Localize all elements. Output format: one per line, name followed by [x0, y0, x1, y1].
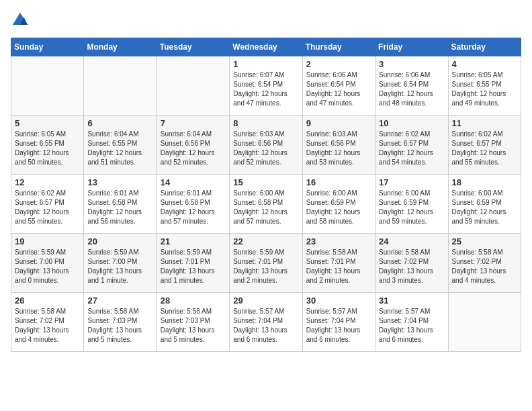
day-info: Sunrise: 5:58 AM Sunset: 7:01 PM Dayligh… — [306, 248, 371, 285]
day-info: Sunrise: 6:03 AM Sunset: 6:56 PM Dayligh… — [306, 130, 371, 167]
day-number: 14 — [161, 177, 226, 187]
weekday-header: Friday — [375, 38, 448, 56]
day-info: Sunrise: 6:01 AM Sunset: 6:58 PM Dayligh… — [161, 189, 226, 226]
calendar-cell: 15Sunrise: 6:00 AM Sunset: 6:58 PM Dayli… — [230, 175, 302, 234]
day-number: 17 — [379, 177, 444, 187]
day-number: 23 — [306, 236, 371, 246]
day-info: Sunrise: 6:05 AM Sunset: 6:55 PM Dayligh… — [452, 71, 517, 108]
day-number: 4 — [452, 59, 517, 69]
calendar-cell: 29Sunrise: 5:57 AM Sunset: 7:04 PM Dayli… — [230, 293, 302, 352]
calendar-cell: 1Sunrise: 6:07 AM Sunset: 6:54 PM Daylig… — [230, 56, 302, 116]
day-info: Sunrise: 5:59 AM Sunset: 7:00 PM Dayligh… — [87, 248, 152, 285]
day-number: 24 — [379, 236, 444, 246]
calendar-cell — [11, 56, 84, 116]
day-number: 3 — [379, 59, 444, 69]
calendar-cell: 7Sunrise: 6:04 AM Sunset: 6:56 PM Daylig… — [157, 116, 229, 175]
weekday-header: Monday — [84, 38, 157, 56]
calendar-cell: 10Sunrise: 6:02 AM Sunset: 6:57 PM Dayli… — [375, 116, 448, 175]
day-info: Sunrise: 5:58 AM Sunset: 7:02 PM Dayligh… — [15, 307, 80, 345]
day-info: Sunrise: 5:58 AM Sunset: 7:02 PM Dayligh… — [379, 248, 444, 285]
weekday-header: Tuesday — [157, 38, 229, 56]
day-info: Sunrise: 6:00 AM Sunset: 6:59 PM Dayligh… — [379, 189, 444, 226]
calendar-cell: 14Sunrise: 6:01 AM Sunset: 6:58 PM Dayli… — [157, 175, 229, 234]
day-number: 8 — [233, 118, 298, 128]
day-number: 1 — [233, 59, 298, 69]
weekday-header: Wednesday — [230, 38, 302, 56]
calendar-cell: 31Sunrise: 5:57 AM Sunset: 7:04 PM Dayli… — [375, 293, 448, 352]
calendar-cell: 26Sunrise: 5:58 AM Sunset: 7:02 PM Dayli… — [11, 293, 84, 352]
calendar-cell — [448, 293, 521, 352]
day-info: Sunrise: 6:06 AM Sunset: 6:54 PM Dayligh… — [379, 71, 444, 108]
calendar-cell: 17Sunrise: 6:00 AM Sunset: 6:59 PM Dayli… — [375, 175, 448, 234]
day-number: 7 — [161, 118, 226, 128]
calendar-header: SundayMondayTuesdayWednesdayThursdayFrid… — [11, 38, 521, 56]
calendar-body: 1Sunrise: 6:07 AM Sunset: 6:54 PM Daylig… — [11, 56, 521, 352]
calendar-cell: 5Sunrise: 6:05 AM Sunset: 6:55 PM Daylig… — [11, 116, 84, 175]
day-info: Sunrise: 6:07 AM Sunset: 6:54 PM Dayligh… — [233, 71, 298, 108]
weekday-header: Thursday — [302, 38, 375, 56]
day-number: 12 — [15, 177, 80, 187]
calendar-cell: 3Sunrise: 6:06 AM Sunset: 6:54 PM Daylig… — [375, 56, 448, 116]
day-number: 30 — [306, 295, 371, 306]
day-info: Sunrise: 5:58 AM Sunset: 7:03 PM Dayligh… — [161, 307, 226, 345]
day-number: 16 — [306, 177, 371, 187]
calendar-cell: 11Sunrise: 6:02 AM Sunset: 6:57 PM Dayli… — [448, 116, 521, 175]
day-number: 20 — [87, 236, 152, 246]
day-number: 9 — [306, 118, 371, 128]
calendar-cell: 2Sunrise: 6:06 AM Sunset: 6:54 PM Daylig… — [302, 56, 375, 116]
day-number: 15 — [233, 177, 298, 187]
logo — [11, 11, 32, 30]
calendar-cell: 8Sunrise: 6:03 AM Sunset: 6:56 PM Daylig… — [230, 116, 302, 175]
calendar-cell: 30Sunrise: 5:57 AM Sunset: 7:04 PM Dayli… — [302, 293, 375, 352]
day-number: 26 — [15, 295, 80, 306]
calendar-week-row: 26Sunrise: 5:58 AM Sunset: 7:02 PM Dayli… — [11, 293, 521, 352]
calendar-cell: 16Sunrise: 6:00 AM Sunset: 6:59 PM Dayli… — [302, 175, 375, 234]
day-number: 11 — [452, 118, 517, 128]
calendar-cell: 27Sunrise: 5:58 AM Sunset: 7:03 PM Dayli… — [84, 293, 157, 352]
day-info: Sunrise: 6:04 AM Sunset: 6:56 PM Dayligh… — [161, 130, 226, 167]
calendar-cell: 24Sunrise: 5:58 AM Sunset: 7:02 PM Dayli… — [375, 234, 448, 293]
calendar-week-row: 1Sunrise: 6:07 AM Sunset: 6:54 PM Daylig… — [11, 56, 521, 116]
day-info: Sunrise: 6:00 AM Sunset: 6:58 PM Dayligh… — [233, 189, 298, 226]
calendar-week-row: 12Sunrise: 6:02 AM Sunset: 6:57 PM Dayli… — [11, 175, 521, 234]
calendar-cell: 25Sunrise: 5:58 AM Sunset: 7:02 PM Dayli… — [448, 234, 521, 293]
day-info: Sunrise: 6:02 AM Sunset: 6:57 PM Dayligh… — [379, 130, 444, 167]
calendar-cell: 22Sunrise: 5:59 AM Sunset: 7:01 PM Dayli… — [230, 234, 302, 293]
logo-icon — [11, 11, 30, 30]
calendar-cell: 21Sunrise: 5:59 AM Sunset: 7:01 PM Dayli… — [157, 234, 229, 293]
weekday-header: Sunday — [11, 38, 84, 56]
day-number: 2 — [306, 59, 371, 69]
day-number: 19 — [15, 236, 80, 246]
page-header — [11, 11, 521, 30]
day-info: Sunrise: 5:58 AM Sunset: 7:03 PM Dayligh… — [87, 307, 152, 345]
calendar-table: SundayMondayTuesdayWednesdayThursdayFrid… — [11, 38, 521, 352]
day-info: Sunrise: 5:59 AM Sunset: 7:01 PM Dayligh… — [161, 248, 226, 285]
calendar-cell: 6Sunrise: 6:04 AM Sunset: 6:55 PM Daylig… — [84, 116, 157, 175]
day-info: Sunrise: 6:01 AM Sunset: 6:58 PM Dayligh… — [87, 189, 152, 226]
calendar-week-row: 5Sunrise: 6:05 AM Sunset: 6:55 PM Daylig… — [11, 116, 521, 175]
day-number: 18 — [452, 177, 517, 187]
day-info: Sunrise: 6:06 AM Sunset: 6:54 PM Dayligh… — [306, 71, 371, 108]
day-info: Sunrise: 6:00 AM Sunset: 6:59 PM Dayligh… — [452, 189, 517, 226]
day-number: 5 — [15, 118, 80, 128]
day-info: Sunrise: 6:00 AM Sunset: 6:59 PM Dayligh… — [306, 189, 371, 226]
day-info: Sunrise: 5:57 AM Sunset: 7:04 PM Dayligh… — [306, 307, 371, 345]
calendar-cell — [157, 56, 229, 116]
day-number: 31 — [379, 295, 444, 306]
day-info: Sunrise: 5:57 AM Sunset: 7:04 PM Dayligh… — [233, 307, 298, 345]
day-info: Sunrise: 5:57 AM Sunset: 7:04 PM Dayligh… — [379, 307, 444, 345]
day-number: 29 — [233, 295, 298, 306]
day-number: 27 — [87, 295, 152, 306]
day-info: Sunrise: 6:05 AM Sunset: 6:55 PM Dayligh… — [15, 130, 80, 167]
day-number: 22 — [233, 236, 298, 246]
calendar-cell: 23Sunrise: 5:58 AM Sunset: 7:01 PM Dayli… — [302, 234, 375, 293]
day-number: 13 — [87, 177, 152, 187]
weekday-header: Saturday — [448, 38, 521, 56]
day-number: 10 — [379, 118, 444, 128]
day-info: Sunrise: 6:03 AM Sunset: 6:56 PM Dayligh… — [233, 130, 298, 167]
calendar-cell: 13Sunrise: 6:01 AM Sunset: 6:58 PM Dayli… — [84, 175, 157, 234]
calendar-cell — [84, 56, 157, 116]
day-info: Sunrise: 5:59 AM Sunset: 7:00 PM Dayligh… — [15, 248, 80, 285]
calendar-cell: 4Sunrise: 6:05 AM Sunset: 6:55 PM Daylig… — [448, 56, 521, 116]
calendar-cell: 9Sunrise: 6:03 AM Sunset: 6:56 PM Daylig… — [302, 116, 375, 175]
